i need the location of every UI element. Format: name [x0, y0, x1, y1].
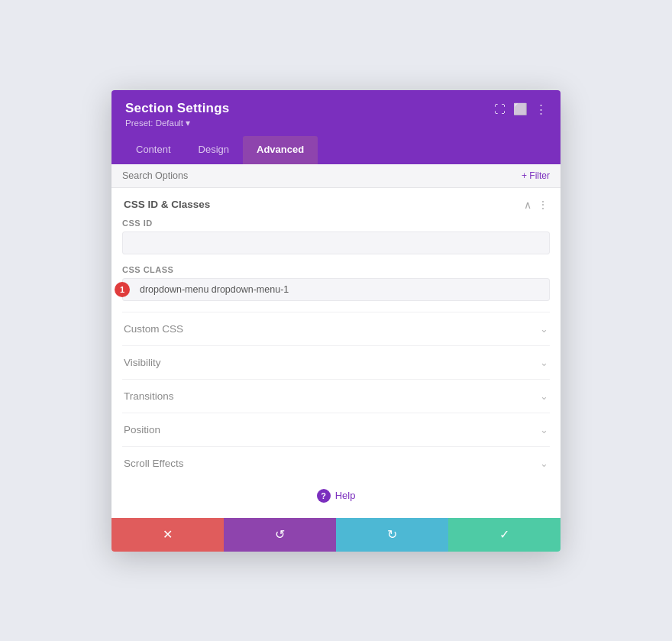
modal-header-left: Section Settings Preset: Default ▾ — [125, 101, 229, 128]
visibility-label: Visibility — [124, 357, 161, 368]
css-id-classes-header: CSS ID & Classes ∧ ⋮ — [122, 188, 550, 219]
visibility-chevron: ⌄ — [540, 357, 548, 368]
modal-preset[interactable]: Preset: Default ▾ — [125, 118, 229, 128]
collapsible-sections: Custom CSS ⌄ Visibility ⌄ Transitions ⌄ … — [122, 312, 550, 480]
search-bar: + Filter — [111, 164, 561, 188]
css-class-input-wrapper: 1 — [122, 278, 550, 301]
tab-design[interactable]: Design — [185, 136, 243, 164]
scroll-effects-section[interactable]: Scroll Effects ⌄ — [122, 446, 550, 480]
modal-footer: ✕ ↺ ↻ ✓ — [111, 518, 561, 552]
more-icon[interactable]: ⋮ — [535, 102, 547, 116]
help-label: Help — [335, 490, 356, 501]
tab-advanced[interactable]: Advanced — [243, 136, 318, 164]
custom-css-section[interactable]: Custom CSS ⌄ — [122, 312, 550, 345]
css-id-input[interactable] — [122, 231, 550, 254]
cancel-button[interactable]: ✕ — [111, 518, 224, 552]
css-class-input[interactable] — [122, 278, 550, 301]
scroll-effects-chevron: ⌄ — [540, 458, 548, 469]
custom-css-chevron: ⌄ — [540, 323, 548, 335]
css-id-classes-section: CSS ID & Classes ∧ ⋮ CSS ID CSS Class 1 — [122, 188, 550, 301]
help-row[interactable]: ? Help — [122, 480, 550, 506]
css-id-field-group: CSS ID — [122, 219, 550, 254]
tab-content[interactable]: Content — [122, 136, 185, 164]
collapse-icon[interactable]: ∧ — [524, 199, 531, 211]
transitions-chevron: ⌄ — [540, 390, 548, 402]
position-label: Position — [124, 424, 160, 435]
css-id-classes-title: CSS ID & Classes — [124, 199, 210, 210]
section-header-actions: ∧ ⋮ — [524, 199, 548, 211]
modal-header: Section Settings Preset: Default ▾ ⛶ ⬜ ⋮ — [111, 90, 561, 136]
filter-button[interactable]: + Filter — [522, 170, 550, 181]
transitions-section[interactable]: Transitions ⌄ — [122, 379, 550, 413]
custom-css-label: Custom CSS — [124, 323, 183, 335]
css-id-label: CSS ID — [122, 219, 550, 228]
undo-button[interactable]: ↺ — [224, 518, 336, 552]
visibility-section[interactable]: Visibility ⌄ — [122, 345, 550, 379]
content-area: CSS ID & Classes ∧ ⋮ CSS ID CSS Class 1 — [111, 188, 561, 518]
columns-icon[interactable]: ⬜ — [513, 102, 528, 116]
help-icon: ? — [317, 489, 331, 503]
scroll-effects-label: Scroll Effects — [124, 458, 184, 469]
expand-icon[interactable]: ⛶ — [494, 102, 506, 115]
position-chevron: ⌄ — [540, 424, 548, 435]
css-class-field-group: CSS Class 1 — [122, 265, 550, 301]
css-class-label: CSS Class — [122, 265, 550, 274]
modal-title: Section Settings — [125, 101, 229, 116]
redo-button[interactable]: ↻ — [336, 518, 448, 552]
tabs-bar: Content Design Advanced — [111, 136, 561, 164]
section-more-icon[interactable]: ⋮ — [538, 199, 548, 211]
save-button[interactable]: ✓ — [448, 518, 561, 552]
position-section[interactable]: Position ⌄ — [122, 413, 550, 446]
transitions-label: Transitions — [124, 390, 174, 402]
section-settings-modal: Section Settings Preset: Default ▾ ⛶ ⬜ ⋮… — [111, 90, 561, 552]
search-input[interactable] — [122, 170, 522, 181]
step-badge-1: 1 — [115, 282, 130, 297]
modal-header-icons: ⛶ ⬜ ⋮ — [494, 102, 547, 116]
